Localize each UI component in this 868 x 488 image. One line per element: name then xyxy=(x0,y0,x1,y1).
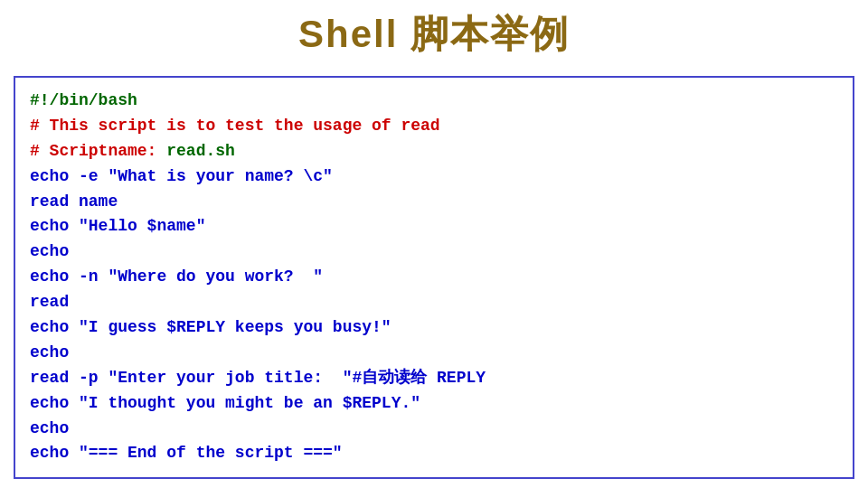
code-line-11: echo xyxy=(30,341,838,366)
code-line-5: read name xyxy=(30,190,838,215)
code-line-15: echo "=== End of the script ===" xyxy=(30,441,838,466)
code-line-2: # This script is to test the usage of re… xyxy=(30,114,838,139)
code-line-1: #!/bin/bash xyxy=(30,89,838,114)
code-line-10: echo "I guess $REPLY keeps you busy!" xyxy=(30,315,838,341)
code-block: #!/bin/bash # This script is to test the… xyxy=(14,76,854,479)
code-line-6: echo "Hello $name" xyxy=(30,214,838,239)
code-line-13: echo "I thought you might be an $REPLY." xyxy=(30,391,838,417)
code-line-9: read xyxy=(30,290,838,315)
page-title: Shell 脚本举例 xyxy=(298,9,570,60)
code-line-14: echo xyxy=(30,417,838,442)
code-line-4: echo -e "What is your name? \c" xyxy=(30,164,838,190)
code-line-12: read -p "Enter your job title: "#自动读给 RE… xyxy=(30,366,838,391)
page: Shell 脚本举例 #!/bin/bash # This script is … xyxy=(0,0,868,488)
code-line-7: echo xyxy=(30,239,838,265)
code-line-8: echo -n "Where do you work? " xyxy=(30,265,838,290)
code-line-3: # Scriptname: read.sh xyxy=(30,139,838,164)
